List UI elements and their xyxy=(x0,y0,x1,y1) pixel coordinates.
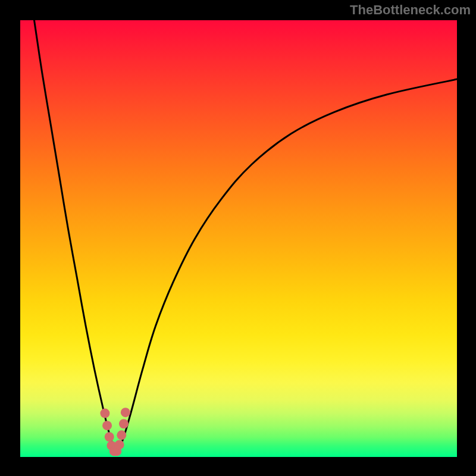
outer-frame: TheBottleneck.com xyxy=(0,0,476,476)
watermark-text: TheBottleneck.com xyxy=(350,2,471,18)
minimum-dot xyxy=(105,432,114,441)
minimum-dot xyxy=(121,408,130,417)
minimum-dot xyxy=(117,430,126,440)
minimum-dot xyxy=(115,440,124,449)
chart-svg xyxy=(0,0,476,476)
minimum-dot xyxy=(100,409,109,418)
minimum-dot xyxy=(102,421,112,430)
bottleneck-curve xyxy=(34,20,457,453)
minimum-dot xyxy=(119,419,129,428)
